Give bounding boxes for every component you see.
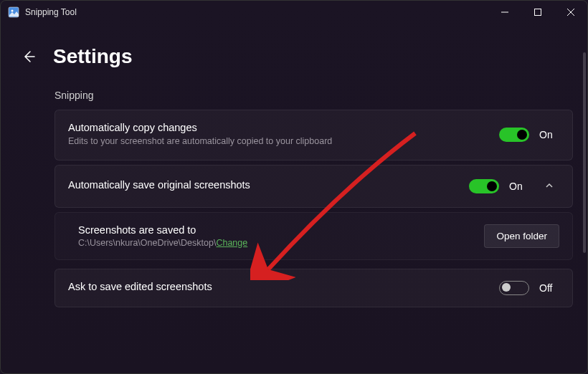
setting-title: Automatically save original screenshots <box>68 179 455 191</box>
setting-auto-save: Automatically save original screenshots … <box>54 165 573 208</box>
auto-copy-toggle[interactable] <box>499 128 529 142</box>
section-label: Snipping <box>54 90 573 101</box>
change-location-link[interactable]: Change <box>216 238 247 248</box>
toggle-state-label: On <box>509 181 529 192</box>
scrollbar[interactable] <box>583 52 586 253</box>
setting-auto-copy: Automatically copy changes Edits to your… <box>54 110 573 160</box>
toggle-state-label: Off <box>539 282 559 294</box>
titlebar: Snipping Tool <box>1 1 587 24</box>
app-icon <box>8 6 19 18</box>
minimize-button[interactable] <box>488 1 521 24</box>
chevron-up-icon[interactable] <box>539 177 559 196</box>
setting-ask-save: Ask to save edited screenshots Off <box>54 269 573 307</box>
svg-rect-2 <box>535 9 541 16</box>
setting-title: Automatically copy changes <box>68 122 485 133</box>
ask-save-toggle[interactable] <box>499 281 529 295</box>
open-folder-button[interactable]: Open folder <box>484 224 559 248</box>
setting-description: Edits to your screenshot are automatical… <box>68 135 485 148</box>
page-title: Settings <box>53 45 132 68</box>
auto-save-toggle[interactable] <box>469 179 499 193</box>
window-title: Snipping Tool <box>25 7 488 17</box>
toggle-state-label: On <box>539 129 559 140</box>
setting-save-location: Screenshots are saved to C:\Users\nkura\… <box>54 212 573 260</box>
close-button[interactable] <box>554 1 587 24</box>
maximize-button[interactable] <box>521 1 554 24</box>
back-button[interactable] <box>19 47 39 67</box>
setting-title: Screenshots are saved to <box>78 224 470 236</box>
setting-title: Ask to save edited screenshots <box>68 281 485 292</box>
save-path: C:\Users\nkura\OneDrive\Desktop\ <box>78 238 216 248</box>
svg-point-1 <box>11 10 14 12</box>
